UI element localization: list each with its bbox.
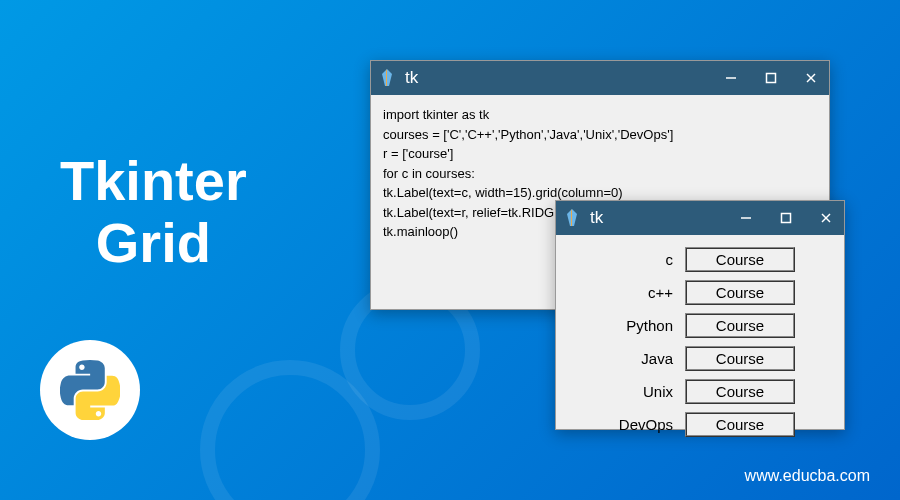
grid-value: Course — [685, 247, 795, 272]
code-window-title: tk — [405, 68, 721, 88]
code-line: r = ['course'] — [383, 144, 817, 164]
maximize-button[interactable] — [761, 68, 781, 88]
code-line: for c in courses: — [383, 164, 817, 184]
grid-label: c — [605, 251, 685, 268]
website-url: www.educba.com — [745, 467, 870, 485]
tk-feather-icon — [379, 68, 395, 88]
maximize-button[interactable] — [776, 208, 796, 228]
grid-value: Course — [685, 346, 795, 371]
grid-label: c++ — [605, 284, 685, 301]
grid-row: Python Course — [576, 313, 824, 338]
grid-row: c++ Course — [576, 280, 824, 305]
grid-label: Unix — [605, 383, 685, 400]
python-logo-badge — [40, 340, 140, 440]
output-window-titlebar: tk — [556, 201, 844, 235]
minimize-button[interactable] — [736, 208, 756, 228]
code-line: import tkinter as tk — [383, 105, 817, 125]
grid-row: c Course — [576, 247, 824, 272]
title-line-2: Grid — [60, 212, 247, 274]
grid-label: Python — [605, 317, 685, 334]
output-window-body: c Course c++ Course Python Course Java C… — [556, 235, 844, 457]
close-button[interactable] — [816, 208, 836, 228]
grid-row: DevOps Course — [576, 412, 824, 437]
grid-value: Course — [685, 379, 795, 404]
grid-label: Java — [605, 350, 685, 367]
grid-value: Course — [685, 313, 795, 338]
grid-label: DevOps — [605, 416, 685, 433]
close-button[interactable] — [801, 68, 821, 88]
code-window-controls — [721, 68, 821, 88]
code-window-titlebar: tk — [371, 61, 829, 95]
minimize-button[interactable] — [721, 68, 741, 88]
python-logo-icon — [60, 360, 120, 420]
grid-row: Java Course — [576, 346, 824, 371]
tk-feather-icon — [564, 208, 580, 228]
output-window-title: tk — [590, 208, 736, 228]
grid-row: Unix Course — [576, 379, 824, 404]
code-line: courses = ['C','C++','Python','Java','Un… — [383, 125, 817, 145]
title-line-1: Tkinter — [60, 150, 247, 212]
page-title: Tkinter Grid — [60, 150, 247, 273]
grid-value: Course — [685, 412, 795, 437]
grid-value: Course — [685, 280, 795, 305]
output-window: tk c Course c++ Course Python Course J — [555, 200, 845, 430]
svg-rect-5 — [782, 214, 791, 223]
svg-rect-1 — [767, 74, 776, 83]
output-window-controls — [736, 208, 836, 228]
